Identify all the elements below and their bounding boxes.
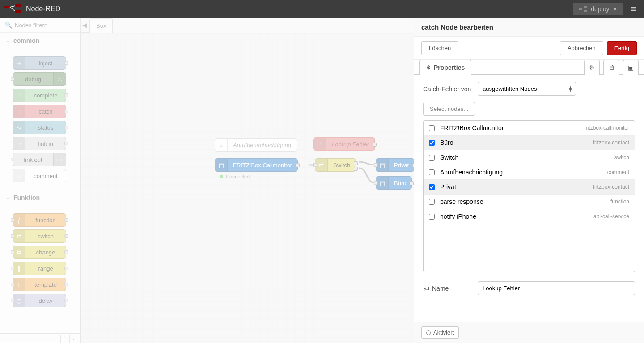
comment-icon: ○ — [215, 139, 228, 151]
port-out[interactable] — [64, 61, 68, 65]
node-item-label: parse response — [440, 198, 483, 205]
port-in[interactable] — [313, 163, 317, 167]
tab-properties[interactable]: ⚙ Properties — [419, 60, 471, 75]
palette-node-inject[interactable]: ⇥inject — [13, 56, 66, 70]
done-button[interactable]: Fertig — [607, 41, 637, 55]
node-checkbox[interactable] — [429, 140, 435, 146]
node-checkbox[interactable] — [429, 184, 435, 190]
node-list-item[interactable]: Anrufbenachrichtigungcomment — [424, 165, 635, 180]
palette-node-status[interactable]: ∿status — [13, 121, 66, 134]
flow-node-callmonitor[interactable]: ▤ FRITZ!Box Callmonitor Connected — [215, 158, 298, 172]
port-in[interactable] — [374, 163, 378, 167]
port-out[interactable] — [64, 142, 68, 145]
expand-all-icon[interactable]: ⌄ — [69, 335, 77, 343]
collapse-all-icon[interactable]: ⌃ — [60, 335, 68, 343]
node-list-item[interactable]: notify iPhoneapi-call-service — [424, 209, 635, 224]
name-input[interactable] — [478, 281, 635, 295]
node-list-item[interactable]: Bürofritzbox-contact — [424, 136, 635, 150]
node-checkbox[interactable] — [429, 199, 435, 205]
palette-node-switch[interactable]: ⇄switch — [13, 229, 66, 243]
node-type-icon: ƒ — [13, 214, 25, 226]
port-in[interactable] — [11, 283, 14, 286]
hamburger-menu-icon[interactable]: ≡ — [627, 2, 640, 16]
node-item-type: switch — [614, 154, 629, 161]
app-header: Node-RED deploy ▼ ≡ — [0, 0, 644, 18]
palette-node-comment[interactable]: ○comment — [13, 169, 66, 182]
node-list-item[interactable]: Privatfritzbox-contact — [424, 180, 635, 195]
port-out[interactable] — [64, 93, 68, 97]
flow-node-comment[interactable]: ○ Anrufbenachrichtigung — [215, 138, 297, 152]
node-checkbox[interactable] — [429, 125, 435, 131]
flow-node-buero[interactable]: ▤ Büro — [376, 176, 412, 190]
node-checkbox[interactable] — [429, 169, 435, 175]
node-item-type: api-call-service — [593, 213, 629, 220]
port-out[interactable] — [296, 163, 300, 167]
port-in[interactable] — [11, 267, 14, 270]
palette-node-function[interactable]: ƒfunction — [13, 213, 66, 227]
flow-tab[interactable]: Box — [89, 18, 113, 33]
port-out[interactable] — [64, 250, 68, 254]
flow-node-switch[interactable]: ⇄ Switch — [315, 158, 356, 172]
port-in[interactable] — [11, 234, 14, 238]
port-out[interactable] — [64, 126, 68, 129]
select-nodes-button[interactable]: Select nodes... — [423, 102, 475, 116]
scope-select[interactable]: ausgewählten Nodes — [478, 82, 576, 96]
tab-appearance-icon[interactable]: ▣ — [623, 60, 639, 75]
flow-node-catch[interactable]: ! Lookup Fehler — [313, 137, 375, 151]
port-in[interactable] — [11, 250, 14, 254]
palette-node-debug[interactable]: ∴debug — [13, 72, 66, 86]
node-item-type: function — [610, 199, 629, 205]
cancel-button[interactable]: Abbrechen — [560, 41, 603, 55]
port-out[interactable] — [354, 161, 358, 165]
port-out[interactable] — [64, 218, 68, 222]
port-in[interactable] — [11, 77, 14, 81]
palette-category-function[interactable]: ⌄ Funktion — [0, 190, 80, 206]
palette-search[interactable]: 🔍 — [0, 18, 80, 33]
node-list-item[interactable]: FRITZ!Box Callmonitorfritzbox-callmonito… — [424, 121, 635, 136]
tab-scroll-left[interactable]: ◀ — [80, 18, 89, 33]
port-out[interactable] — [64, 283, 68, 286]
port-out[interactable] — [64, 110, 68, 113]
port-out[interactable] — [354, 167, 358, 171]
node-checkbox[interactable] — [429, 214, 435, 220]
port-out[interactable] — [373, 143, 377, 147]
palette-node-label: link in — [25, 140, 66, 147]
palette-node-label: switch — [25, 233, 66, 240]
port-out[interactable] — [64, 299, 68, 302]
name-label: 🏷Name — [423, 285, 472, 292]
svg-rect-2 — [15, 10, 21, 13]
node-type-icon: ◷ — [13, 294, 25, 307]
node-list-item[interactable]: Switchswitch — [424, 150, 635, 165]
palette-node-complete[interactable]: !complete — [13, 89, 66, 102]
palette-footer: ⌃ ⌄ — [0, 333, 80, 343]
deploy-button[interactable]: deploy ▼ — [573, 3, 623, 15]
palette-node-label: comment — [25, 173, 66, 179]
palette-node-range[interactable]: ‖range — [13, 262, 66, 275]
palette-node-link-out[interactable]: ↦link out — [13, 153, 66, 166]
palette-node-change[interactable]: ⇆change — [13, 246, 66, 259]
book-icon: ▤ — [376, 159, 389, 171]
palette-node-label: debug — [13, 76, 53, 83]
palette-node-delay[interactable]: ◷delay — [13, 294, 66, 307]
node-list-item[interactable]: parse responsefunction — [424, 195, 635, 209]
palette-node-catch[interactable]: !catch — [13, 105, 66, 118]
port-out[interactable] — [64, 234, 68, 238]
node-type-icon: ○ — [13, 169, 25, 182]
palette-category-common[interactable]: ⌄ common — [0, 33, 80, 49]
port-in[interactable] — [11, 218, 14, 222]
palette-node-template[interactable]: {template — [13, 278, 66, 291]
tab-description-icon[interactable]: 🖹 — [603, 60, 619, 75]
scope-label: Catch-Fehler von — [423, 85, 472, 93]
palette-search-input[interactable] — [15, 22, 80, 29]
port-in[interactable] — [374, 181, 378, 185]
flow-node-privat[interactable]: ▤ Privat — [376, 158, 415, 172]
node-status: Connected — [220, 174, 250, 179]
node-checkbox[interactable] — [429, 155, 435, 161]
enabled-toggle[interactable]: Aktiviert — [421, 326, 459, 339]
tab-settings-icon[interactable]: ⚙ — [584, 60, 600, 75]
port-out[interactable] — [64, 267, 68, 270]
delete-button[interactable]: Löschen — [421, 41, 458, 55]
port-in[interactable] — [11, 158, 14, 161]
palette-node-link-in[interactable]: ↦link in — [13, 137, 66, 150]
port-in[interactable] — [11, 299, 14, 302]
